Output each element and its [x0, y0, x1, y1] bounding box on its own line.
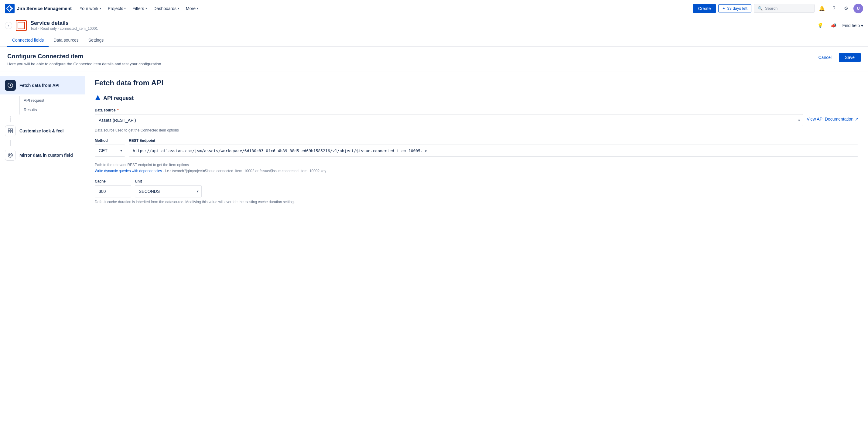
- logo-text: Jira Service Management: [17, 6, 72, 11]
- cache-group: Cache: [95, 179, 131, 197]
- sidebar-item-fetch-api[interactable]: Fetch data from API: [0, 76, 85, 94]
- page-title: Configure Connected item: [7, 53, 161, 60]
- sub-header: ‹ Service details Text - Read only - con…: [0, 17, 868, 34]
- bulb-icon-button[interactable]: 💡: [815, 21, 825, 30]
- view-api-documentation-link[interactable]: View API Documentation ↗: [807, 114, 858, 121]
- svg-point-7: [9, 154, 11, 156]
- external-link-icon: ↗: [855, 117, 858, 121]
- sidebar: Fetch data from API API request Results: [0, 71, 85, 427]
- service-subtitle: Text - Read only - connected_item_10001: [30, 26, 812, 31]
- nav-dashboards[interactable]: Dashboards ▾: [151, 4, 183, 13]
- mirror-icon: [5, 150, 16, 161]
- cache-input[interactable]: [95, 185, 131, 197]
- nav-items: Your work ▾ Projects ▾ Filters ▾ Dashboa…: [76, 4, 689, 13]
- api-section-icon: [95, 94, 101, 102]
- required-marker: *: [117, 108, 119, 112]
- method-select[interactable]: GETPOSTPUTDELETE: [95, 145, 125, 157]
- help-button[interactable]: ?: [829, 4, 839, 13]
- notifications-button[interactable]: 🔔: [817, 4, 827, 13]
- find-help-button[interactable]: Find help ▾: [842, 23, 863, 28]
- collapse-button[interactable]: ‹: [5, 22, 12, 29]
- endpoint-group: REST Endpoint: [129, 139, 858, 157]
- tab-connected-fields[interactable]: Connected fields: [7, 34, 49, 47]
- search-icon: 🔍: [758, 6, 763, 11]
- unit-select-wrapper: SECONDSMINUTESHOURS ▾: [135, 185, 202, 197]
- logo[interactable]: Jira Service Management: [5, 4, 72, 13]
- cache-description: Default cache duration is inherited from…: [95, 200, 858, 204]
- sidebar-divider-2: [10, 140, 85, 146]
- cancel-button[interactable]: Cancel: [814, 53, 835, 62]
- tab-settings[interactable]: Settings: [84, 34, 109, 47]
- service-title: Service details: [30, 20, 812, 26]
- method-select-wrapper: GETPOSTPUTDELETE ▾: [95, 145, 125, 157]
- dynamic-queries-link[interactable]: Write dynamic queries with dependencies: [95, 169, 162, 173]
- data-source-select[interactable]: Assets (REST_API)Jira REST APICustom: [95, 114, 803, 126]
- avatar[interactable]: U: [854, 4, 863, 13]
- sidebar-item-fetch-api-label: Fetch data from API: [20, 83, 60, 88]
- sidebar-item-mirror[interactable]: Mirror data in custom field: [0, 146, 85, 164]
- nav-filters[interactable]: Filters ▾: [129, 4, 150, 13]
- data-source-label: Data source *: [95, 108, 858, 112]
- endpoint-input[interactable]: [129, 145, 858, 157]
- method-group: Method GETPOSTPUTDELETE ▾: [95, 139, 125, 157]
- dynamic-queries-row: Write dynamic queries with dependencies …: [95, 169, 858, 173]
- tabs: Connected fields Data sources Settings: [0, 34, 868, 47]
- fetch-api-icon: [5, 80, 16, 91]
- cache-unit-form-group: Cache Unit SECONDSMINUTESHOURS ▾ Default…: [95, 179, 858, 204]
- service-icon-inner: [18, 22, 25, 29]
- nav-projects[interactable]: Projects ▾: [105, 4, 129, 13]
- svg-marker-8: [95, 95, 100, 100]
- unit-select[interactable]: SECONDSMINUTESHOURS: [135, 185, 202, 197]
- dynamic-queries-suffix: - i.e.: /search?jql=project=$issue.conne…: [163, 169, 327, 173]
- page-header: Configure Connected item Here you will b…: [0, 47, 868, 71]
- chevron-down-icon: ▾: [197, 7, 198, 10]
- nav-right: ✦ 33 days left 🔍 Search 🔔 ? ⚙ U: [718, 4, 863, 13]
- nav-your-work[interactable]: Your work ▾: [76, 4, 104, 13]
- data-source-select-wrapper: Assets (REST_API)Jira REST APICustom ▾: [95, 114, 803, 126]
- data-source-group: Data source * Assets (REST_API)Jira REST…: [95, 108, 858, 132]
- api-request-section: API request Data source * Assets (REST_A…: [95, 94, 858, 204]
- service-icon: [16, 20, 27, 31]
- sparkle-icon: ✦: [722, 6, 725, 11]
- sub-header-right: 💡 📣 Find help ▾: [815, 21, 863, 30]
- unit-group: Unit SECONDSMINUTESHOURS ▾: [135, 179, 202, 197]
- endpoint-label: REST Endpoint: [129, 139, 858, 143]
- unit-label: Unit: [135, 179, 202, 183]
- svg-rect-3: [11, 129, 12, 130]
- page-header-left: Configure Connected item Here you will b…: [7, 53, 161, 66]
- sidebar-item-mirror-label: Mirror data in custom field: [20, 153, 73, 158]
- trial-badge[interactable]: ✦ 33 days left: [718, 4, 752, 12]
- sidebar-item-customize-label: Customize look & feel: [20, 128, 63, 133]
- svg-rect-5: [11, 131, 12, 133]
- method-endpoint-row: Method GETPOSTPUTDELETE ▾ REST Endpoint: [95, 139, 858, 157]
- data-source-hint: Data source used to get the Connected it…: [95, 128, 858, 132]
- data-source-row: Assets (REST_API)Jira REST APICustom ▾ V…: [95, 114, 858, 126]
- endpoint-hint: Path to the relevant REST endpoint to ge…: [95, 163, 858, 167]
- chevron-down-icon: ▾: [124, 7, 126, 10]
- search-box[interactable]: 🔍 Search: [754, 4, 814, 13]
- settings-button[interactable]: ⚙: [841, 4, 851, 13]
- nav-more[interactable]: More ▾: [183, 4, 202, 13]
- sidebar-divider-1: [10, 116, 85, 122]
- sidebar-sub-api-request[interactable]: API request: [20, 96, 85, 105]
- save-button[interactable]: Save: [839, 53, 861, 62]
- chevron-down-icon: ▾: [100, 7, 101, 10]
- chevron-down-icon: ▾: [178, 7, 179, 10]
- chevron-down-icon: ▾: [146, 7, 147, 10]
- page-header-actions: Cancel Save: [814, 53, 861, 62]
- method-label: Method: [95, 139, 125, 143]
- api-request-title: API request: [103, 95, 134, 101]
- main-content: Fetch data from API API request Data sou…: [85, 71, 868, 427]
- tab-data-sources[interactable]: Data sources: [49, 34, 83, 47]
- create-button[interactable]: Create: [693, 4, 716, 13]
- svg-point-6: [8, 153, 12, 157]
- customize-icon: [5, 125, 16, 136]
- sidebar-item-customize[interactable]: Customize look & feel: [0, 122, 85, 140]
- cache-unit-row: Cache Unit SECONDSMINUTESHOURS ▾: [95, 179, 858, 197]
- sidebar-sub-results[interactable]: Results: [20, 105, 85, 115]
- chevron-down-icon: ▾: [861, 23, 863, 28]
- cache-label: Cache: [95, 179, 131, 183]
- svg-rect-2: [8, 129, 10, 130]
- main-layout: Fetch data from API API request Results: [0, 71, 868, 427]
- announcement-icon-button[interactable]: 📣: [829, 21, 839, 30]
